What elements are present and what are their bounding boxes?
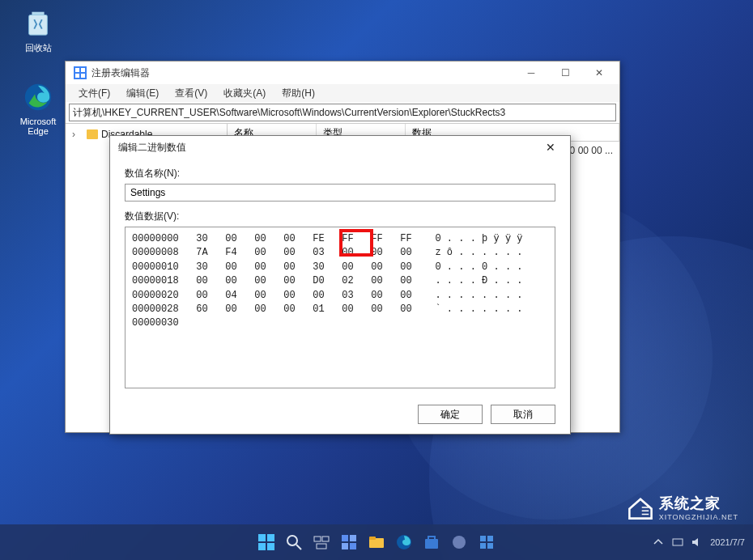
widgets-icon[interactable]	[338, 531, 360, 554]
svg-rect-17	[350, 535, 356, 541]
hex-row: 00000008 7A F4 00 00 03 00 00 00 z ô . .…	[132, 246, 548, 260]
close-icon[interactable]: ✕	[539, 138, 562, 157]
menu-fav[interactable]: 收藏夹(A)	[215, 84, 274, 102]
watermark-sub: XITONGZHIJIA.NET	[659, 513, 738, 521]
value-data-label: 数值数据(V):	[125, 210, 555, 223]
svg-rect-10	[267, 543, 274, 550]
watermark: 系统之家 XITONGZHIJIA.NET	[627, 494, 738, 521]
menu-file[interactable]: 文件(F)	[70, 84, 118, 102]
network-icon[interactable]	[671, 536, 684, 549]
titlebar[interactable]: 注册表编辑器 ─ ☐ ✕	[66, 62, 619, 84]
edge-label: Microsoft Edge	[12, 117, 64, 136]
dialog-titlebar[interactable]: 编辑二进制数值 ✕	[110, 136, 570, 159]
menu-help[interactable]: 帮助(H)	[274, 84, 323, 102]
volume-icon[interactable]	[691, 536, 704, 549]
edge-taskbar-icon[interactable]	[393, 531, 415, 554]
svg-rect-1	[32, 12, 44, 15]
window-title: 注册表编辑器	[91, 66, 514, 80]
maximize-button[interactable]: ☐	[548, 62, 582, 84]
binary-edit-dialog: 编辑二进制数值 ✕ 数值名称(N): 数值数据(V): 00000000 30 …	[109, 135, 571, 435]
taskbar[interactable]: 2021/7/7	[0, 524, 753, 560]
folder-icon	[87, 129, 98, 139]
svg-rect-26	[480, 536, 486, 541]
svg-rect-28	[480, 543, 486, 549]
svg-rect-7	[258, 534, 266, 541]
svg-point-25	[453, 536, 466, 549]
svg-rect-15	[317, 544, 326, 549]
svg-point-11	[287, 536, 297, 545]
svg-line-12	[296, 545, 301, 549]
edge-icon[interactable]: Microsoft Edge	[12, 81, 64, 136]
chevron-right-icon[interactable]: ›	[72, 129, 75, 140]
explorer-icon[interactable]	[365, 531, 388, 554]
menu-edit[interactable]: 编辑(E)	[118, 84, 167, 102]
svg-rect-24	[428, 537, 435, 540]
svg-rect-3	[75, 68, 79, 72]
start-button[interactable]	[255, 531, 278, 554]
hex-row: 00000018 00 00 00 00 D0 02 00 00 . . . .…	[132, 274, 548, 288]
regedit-app-icon	[74, 66, 87, 79]
svg-rect-13	[314, 537, 321, 541]
value-name-input[interactable]	[125, 184, 555, 202]
svg-rect-9	[258, 543, 266, 550]
svg-rect-29	[487, 543, 493, 549]
hex-editor[interactable]: 00000000 30 00 00 00 FE FF FF FF 0 . . .…	[125, 227, 555, 388]
app-icon[interactable]	[448, 531, 470, 554]
search-icon[interactable]	[283, 531, 305, 554]
hex-row: 00000028 60 00 00 00 01 00 00 00 ` . . .…	[132, 303, 548, 316]
menubar: 文件(F) 编辑(E) 查看(V) 收藏夹(A) 帮助(H)	[66, 84, 619, 102]
recycle-bin-label: 回收站	[12, 42, 64, 54]
recycle-bin-icon[interactable]: 回收站	[12, 6, 64, 54]
hex-row: 00000030	[132, 316, 548, 330]
address-bar[interactable]: 计算机\HKEY_CURRENT_USER\Software\Microsoft…	[69, 104, 616, 121]
minimize-button[interactable]: ─	[514, 62, 548, 84]
close-button[interactable]: ✕	[582, 62, 616, 84]
dialog-title: 编辑二进制数值	[118, 141, 186, 155]
svg-rect-6	[81, 74, 85, 78]
svg-rect-5	[75, 74, 79, 78]
menu-view[interactable]: 查看(V)	[167, 84, 215, 102]
svg-rect-4	[81, 68, 85, 72]
svg-rect-19	[350, 543, 356, 549]
store-icon[interactable]	[420, 531, 443, 554]
hex-row: 00000000 30 00 00 00 FE FF FF FF 0 . . .…	[132, 232, 548, 246]
cancel-button[interactable]: 取消	[491, 405, 555, 424]
svg-rect-30	[673, 539, 683, 545]
svg-rect-16	[342, 535, 348, 541]
hex-row: 00000020 00 04 00 00 00 03 00 00 . . . .…	[132, 289, 548, 303]
system-tray[interactable]: 2021/7/7	[652, 536, 745, 549]
tray-datetime[interactable]: 2021/7/7	[710, 537, 745, 547]
regedit-taskbar-icon[interactable]	[475, 531, 498, 554]
watermark-text: 系统之家	[659, 494, 738, 513]
svg-rect-21	[369, 537, 376, 540]
value-name-label: 数值名称(N):	[125, 167, 555, 180]
ok-button[interactable]: 确定	[418, 405, 483, 424]
svg-rect-14	[322, 537, 329, 541]
svg-rect-8	[267, 534, 274, 541]
taskview-icon[interactable]	[310, 531, 333, 554]
svg-rect-0	[29, 15, 48, 36]
svg-rect-18	[342, 543, 348, 549]
svg-rect-27	[487, 536, 493, 541]
chevron-up-icon[interactable]	[652, 536, 665, 549]
hex-row: 00000010 30 00 00 00 30 00 00 00 0 . . .…	[132, 261, 548, 274]
